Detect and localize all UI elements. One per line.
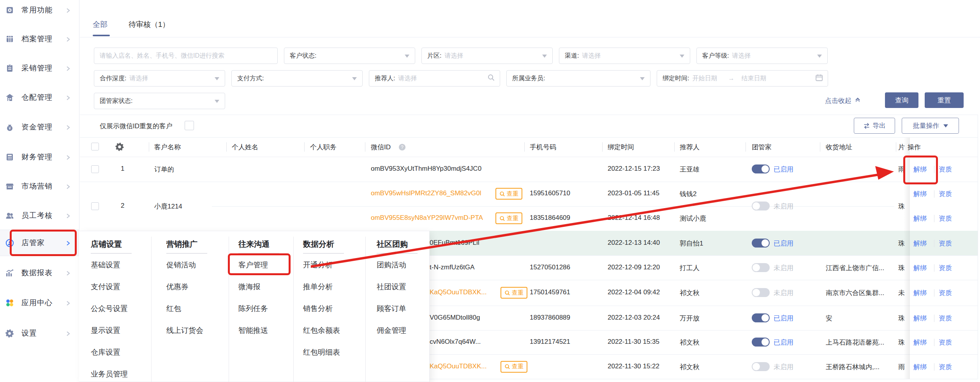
- filter-select-渠道[interactable]: 渠道:请选择: [559, 48, 690, 64]
- menu-item-支付设置[interactable]: 支付设置: [91, 282, 120, 292]
- column-settings-gear-icon[interactable]: [115, 142, 124, 153]
- filter-placeholder: 请选择: [398, 74, 417, 83]
- dup-check-button[interactable]: 查重: [501, 361, 527, 373]
- filter-label: 团管家状态:: [100, 97, 132, 105]
- status-toggle[interactable]: [752, 288, 770, 297]
- filter-select-推荐人[interactable]: 推荐人:请选择: [369, 70, 500, 87]
- qualification-link[interactable]: 资质: [939, 165, 952, 174]
- status-toggle[interactable]: [752, 338, 770, 347]
- menu-item-公众号设置[interactable]: 公众号设置: [91, 304, 128, 314]
- filter-select-客户状态[interactable]: 客户状态:: [284, 48, 415, 64]
- filter-select-支付方式[interactable]: 支付方式:: [231, 70, 363, 87]
- row-checkbox[interactable]: [91, 165, 99, 173]
- column-header-团管家: 团管家: [752, 143, 772, 152]
- dup-check-button[interactable]: 查重: [495, 188, 522, 200]
- menu-item-优惠券[interactable]: 优惠券: [166, 282, 189, 292]
- menu-item-推单分析[interactable]: 推单分析: [303, 282, 333, 292]
- unbind-link[interactable]: 解绑: [913, 214, 927, 223]
- menu-item-促销活动[interactable]: 促销活动: [166, 260, 196, 270]
- sidebar-item-市场营销[interactable]: 市场营销: [0, 173, 79, 200]
- customer-name: 小鹿1214: [154, 202, 182, 211]
- tab-pending[interactable]: 待审核（1）: [129, 19, 170, 30]
- filter-select-团管家状态[interactable]: 团管家状态:: [94, 93, 225, 109]
- filter-date-range[interactable]: 绑定时间:开始日期→结束日期: [657, 70, 828, 87]
- status-toggle[interactable]: [752, 239, 770, 248]
- menu-item-微海报[interactable]: 微海报: [238, 282, 261, 292]
- chevron-down-icon: [680, 55, 684, 58]
- filter-label: 片区:: [427, 52, 441, 60]
- status-toggle[interactable]: [752, 313, 770, 322]
- menu-item-开通分析[interactable]: 开通分析: [303, 260, 333, 270]
- qualification-link[interactable]: 资质: [939, 338, 952, 347]
- dup-check-button[interactable]: 查重: [495, 212, 522, 224]
- qualification-link[interactable]: 资质: [939, 189, 952, 198]
- dup-filter-checkbox[interactable]: [185, 121, 194, 130]
- sidebar-item-仓配管理[interactable]: 仓配管理: [0, 84, 79, 111]
- filter-select-合作深度[interactable]: 合作深度:请选择: [94, 70, 225, 87]
- menu-item-团购活动[interactable]: 团购活动: [377, 260, 406, 270]
- menu-item-智能推送[interactable]: 智能推送: [238, 325, 268, 336]
- batch-actions-button[interactable]: 批量操作: [902, 118, 959, 134]
- sidebar-item-资金管理[interactable]: ¥资金管理: [0, 114, 79, 140]
- row-checkbox[interactable]: [91, 202, 99, 210]
- menu-item-佣金管理[interactable]: 佣金管理: [377, 325, 406, 336]
- status-toggle[interactable]: [752, 263, 770, 272]
- filter-placeholder: 请选择: [582, 52, 601, 60]
- svg-text:¥: ¥: [8, 126, 11, 131]
- search-button[interactable]: 查询: [885, 92, 918, 108]
- menu-item-基础设置[interactable]: 基础设置: [91, 260, 120, 270]
- sidebar-item-数据报表[interactable]: 数据报表: [0, 260, 79, 286]
- unbind-link[interactable]: 解绑: [913, 239, 927, 248]
- status-toggle[interactable]: [752, 164, 770, 173]
- collapse-filters-button[interactable]: 点击收起: [825, 93, 861, 108]
- sidebar-item-设置[interactable]: 设置: [0, 320, 79, 347]
- qualification-link[interactable]: 资质: [939, 214, 952, 223]
- status-toggle[interactable]: [752, 362, 770, 371]
- menu-item-显示设置[interactable]: 显示设置: [91, 325, 120, 336]
- menu-item-社团设置[interactable]: 社团设置: [377, 282, 406, 292]
- select-all-checkbox[interactable]: [91, 143, 99, 150]
- unbind-link[interactable]: 解绑: [913, 363, 927, 371]
- unbind-link[interactable]: 解绑: [913, 314, 927, 323]
- filter-select-片区[interactable]: 片区:请选择: [421, 48, 553, 64]
- unbind-link[interactable]: 解绑: [913, 338, 927, 347]
- menu-item-销售分析[interactable]: 销售分析: [303, 304, 333, 314]
- menu-item-红包明细表[interactable]: 红包明细表: [303, 347, 340, 357]
- sidebar-item-采销管理[interactable]: 采销管理: [0, 55, 79, 81]
- menu-item-仓库设置[interactable]: 仓库设置: [91, 347, 120, 357]
- status-toggle[interactable]: [752, 202, 770, 210]
- export-button[interactable]: 导出: [854, 118, 895, 134]
- qualification-link[interactable]: 资质: [939, 288, 952, 297]
- sidebar-item-常用功能[interactable]: 常用功能: [0, 0, 79, 23]
- unbind-link[interactable]: 解绑: [913, 288, 927, 297]
- column-divider: [365, 142, 365, 152]
- sidebar-item-财务管理[interactable]: 财务管理: [0, 144, 79, 170]
- sidebar-item-员工考核[interactable]: 员工考核: [0, 202, 79, 229]
- menu-item-红包余额表[interactable]: 红包余额表: [303, 325, 340, 336]
- reset-button[interactable]: 重置: [925, 92, 964, 108]
- search-input[interactable]: 请输入店名、姓名、手机号、微信ID进行搜索: [94, 48, 278, 64]
- filter-select-客户等级[interactable]: 客户等级:请选择: [696, 48, 828, 64]
- unbind-link[interactable]: 解绑: [913, 264, 927, 272]
- filter-select-所属业务员[interactable]: 所属业务员:: [506, 70, 650, 87]
- menu-item-线上订货会[interactable]: 线上订货会: [166, 325, 203, 336]
- menu-item-业务员管理[interactable]: 业务员管理: [91, 369, 128, 379]
- tab-all[interactable]: 全部: [93, 19, 108, 30]
- qualification-link[interactable]: 资质: [939, 264, 952, 272]
- annotation-box-menu-item: [228, 253, 291, 275]
- unbind-link[interactable]: 解绑: [913, 189, 927, 198]
- menu-item-顾客订单[interactable]: 顾客订单: [377, 304, 406, 314]
- wechat-id: cvN6Olx7q64W...: [430, 338, 481, 346]
- qualification-link[interactable]: 资质: [939, 363, 952, 371]
- menu-item-陈列任务[interactable]: 陈列任务: [238, 304, 268, 314]
- sidebar-item-应用中心[interactable]: 应用中心: [0, 290, 79, 316]
- qualification-link[interactable]: 资质: [939, 239, 952, 248]
- dup-check-button[interactable]: 查重: [501, 287, 527, 299]
- wechat-id: omBV953XyUtThmH8Yp30mdjS4JC0: [371, 165, 481, 173]
- sidebar-item-档案管理[interactable]: 档案管理: [0, 26, 79, 52]
- dup-check-label: 查重: [512, 363, 523, 370]
- referrer: 祁文秋: [680, 363, 700, 371]
- menu-item-红包[interactable]: 红包: [166, 304, 181, 314]
- qualification-link[interactable]: 资质: [939, 314, 952, 323]
- phone-number: 13912174521: [530, 338, 570, 346]
